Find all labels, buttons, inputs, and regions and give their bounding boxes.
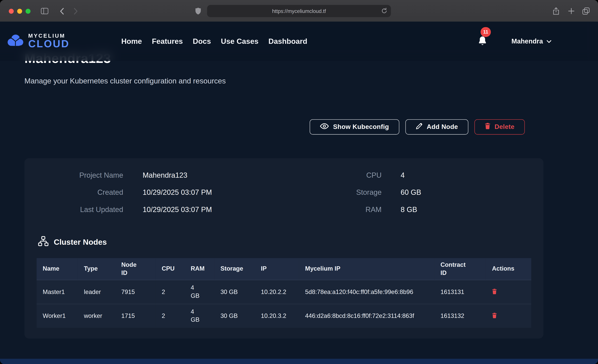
col-header-storage: Storage — [214, 258, 255, 280]
node-type: leader — [78, 280, 115, 304]
col-header-mycelium-ip: Mycelium IP — [299, 258, 434, 280]
url-text: https://myceliumcloud.tf — [272, 8, 326, 14]
last-updated-value: 10/29/2025 03:07 PM — [142, 205, 212, 214]
logo-line2: CLOUD — [28, 38, 70, 50]
privacy-shield-icon[interactable] — [194, 7, 202, 15]
node-ip: 10.20.3.2 — [255, 304, 299, 328]
notification-count-badge: 11 — [481, 27, 491, 37]
col-header-actions: Actions — [486, 258, 531, 280]
node-actions — [486, 280, 531, 304]
sidebar-toggle-icon[interactable] — [41, 7, 49, 15]
ram-label: RAM — [284, 205, 382, 214]
node-actions — [486, 304, 531, 328]
logo-text: MYCELIUM CLOUD — [28, 33, 70, 50]
show-kubeconfig-label: Show Kubeconfig — [333, 123, 389, 131]
col-header-ram: RAM — [184, 258, 214, 280]
table-header-row: Name Type Node ID CPU RAM Storage IP Myc… — [37, 258, 531, 280]
detail-created: Created 10/29/2025 03:07 PM — [25, 184, 284, 201]
node-ram: 4 GB — [184, 304, 214, 328]
created-value: 10/29/2025 03:07 PM — [142, 188, 212, 197]
nav-docs[interactable]: Docs — [193, 37, 211, 46]
last-updated-label: Last Updated — [25, 205, 123, 214]
user-menu[interactable]: Mahendra — [511, 22, 551, 61]
table-row: Worker1 worker 1715 2 4 GB 30 GB 10.20.3… — [37, 304, 531, 328]
detail-cpu: CPU 4 — [284, 166, 544, 184]
nav-features[interactable]: Features — [152, 37, 183, 46]
add-node-button[interactable]: Add Node — [405, 119, 468, 134]
col-header-contract-id: Contract ID — [434, 258, 486, 280]
node-id: 7915 — [115, 280, 156, 304]
footer-section — [0, 358, 598, 364]
eye-icon — [320, 123, 329, 131]
node-ram: 4 GB — [184, 280, 214, 304]
user-name: Mahendra — [511, 37, 543, 45]
cluster-nodes-section-header: Cluster Nodes — [38, 236, 544, 248]
tab-overview-icon[interactable] — [581, 7, 590, 15]
delete-label: Delete — [495, 123, 515, 131]
cluster-details: Project Name Mahendra123 Created 10/29/2… — [25, 158, 543, 218]
project-name-label: Project Name — [25, 171, 123, 180]
cpu-value: 4 — [401, 171, 405, 180]
created-label: Created — [25, 188, 123, 197]
delete-node-button[interactable] — [492, 312, 497, 318]
page-subtitle: Manage your Kubernetes cluster configura… — [25, 77, 226, 85]
notifications-bell-icon[interactable] — [478, 35, 488, 49]
node-id: 1715 — [115, 304, 156, 328]
table-row: Master1 leader 7915 2 4 GB 30 GB 10.20.2… — [37, 280, 531, 304]
cluster-actions-toolbar: Show Kubeconfig Add Node Delete — [310, 119, 525, 134]
chevron-down-icon — [546, 37, 551, 45]
node-mycelium-ip: 5d8:78ea:a120:f40c:ff0f:a5fe:99e6:8b96 — [299, 280, 434, 304]
detail-ram: RAM 8 GB — [284, 201, 544, 218]
detail-last-updated: Last Updated 10/29/2025 03:07 PM — [25, 201, 284, 218]
cpu-label: CPU — [284, 171, 382, 180]
node-type: worker — [78, 304, 115, 328]
pencil-icon — [415, 123, 422, 131]
delete-node-button[interactable] — [492, 288, 497, 294]
window-close-button[interactable] — [9, 9, 14, 14]
site-header: MYCELIUM CLOUD Home Features Docs Use Ca… — [0, 22, 598, 61]
site-logo[interactable]: MYCELIUM CLOUD — [6, 32, 70, 50]
node-storage: 30 GB — [214, 280, 255, 304]
show-kubeconfig-button[interactable]: Show Kubeconfig — [310, 119, 399, 134]
window-zoom-button[interactable] — [25, 9, 31, 14]
ram-value: 8 GB — [401, 205, 417, 214]
trash-icon — [485, 123, 490, 131]
delete-cluster-button[interactable]: Delete — [474, 119, 525, 134]
node-name: Worker1 — [37, 304, 78, 328]
logo-line1: MYCELIUM — [28, 33, 70, 39]
nav-dashboard[interactable]: Dashboard — [268, 37, 307, 46]
browser-window: https://myceliumcloud.tf Mahendra123 Man… — [0, 0, 598, 364]
browser-toolbar: https://myceliumcloud.tf — [0, 0, 598, 22]
col-header-cpu: CPU — [156, 258, 185, 280]
node-cpu: 2 — [156, 280, 185, 304]
node-contract-id: 1613131 — [434, 280, 486, 304]
node-mycelium-ip: 446:d2a6:8bcd:8c16:ff0f:72e2:3114:863f — [299, 304, 434, 328]
col-header-node-id: Node ID — [115, 258, 156, 280]
nav-home[interactable]: Home — [121, 37, 142, 46]
col-header-name: Name — [37, 258, 78, 280]
nav-use-cases[interactable]: Use Cases — [221, 37, 258, 46]
network-nodes-icon — [38, 236, 49, 248]
webpage-viewport: Mahendra123 Manage your Kubernetes clust… — [0, 22, 598, 364]
detail-storage: Storage 60 GB — [284, 184, 544, 201]
node-contract-id: 1613132 — [434, 304, 486, 328]
col-header-ip: IP — [255, 258, 299, 280]
node-name: Master1 — [37, 280, 78, 304]
cluster-nodes-table: Name Type Node ID CPU RAM Storage IP Myc… — [37, 258, 531, 328]
col-header-type: Type — [78, 258, 115, 280]
window-minimize-button[interactable] — [17, 9, 22, 14]
node-storage: 30 GB — [214, 304, 255, 328]
node-cpu: 2 — [156, 304, 185, 328]
storage-value: 60 GB — [401, 188, 421, 197]
reload-icon[interactable] — [381, 8, 388, 15]
forward-button[interactable] — [72, 7, 80, 15]
page-content: Mahendra123 Manage your Kubernetes clust… — [0, 22, 598, 364]
back-button[interactable] — [58, 7, 66, 15]
url-bar[interactable]: https://myceliumcloud.tf — [207, 5, 391, 17]
node-ip: 10.20.2.2 — [255, 280, 299, 304]
share-icon[interactable] — [552, 7, 560, 15]
cloud-logo-icon — [6, 32, 25, 50]
new-tab-icon[interactable] — [567, 7, 576, 15]
cluster-details-card: Project Name Mahendra123 Created 10/29/2… — [25, 158, 543, 339]
add-node-label: Add Node — [427, 123, 458, 131]
